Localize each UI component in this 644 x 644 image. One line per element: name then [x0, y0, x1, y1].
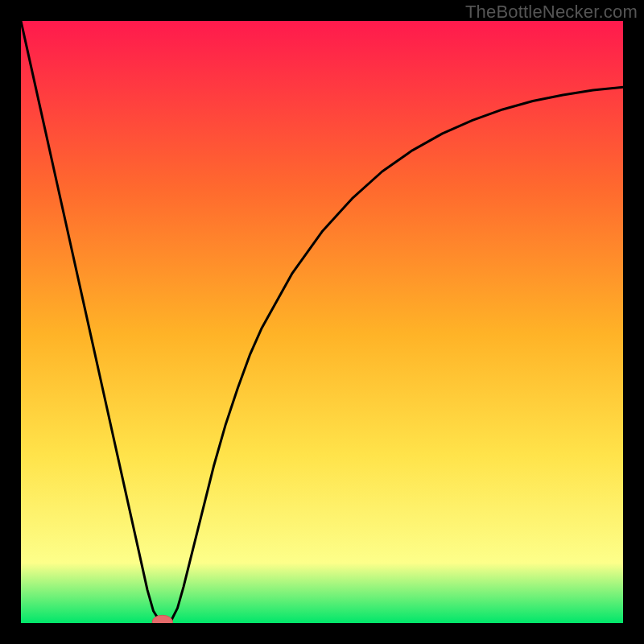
gradient-background [21, 21, 623, 623]
watermark-text: TheBottleNecker.com [465, 2, 638, 23]
plot-area [21, 21, 623, 623]
chart-container: TheBottleNecker.com [0, 0, 644, 644]
chart-svg [21, 21, 623, 623]
